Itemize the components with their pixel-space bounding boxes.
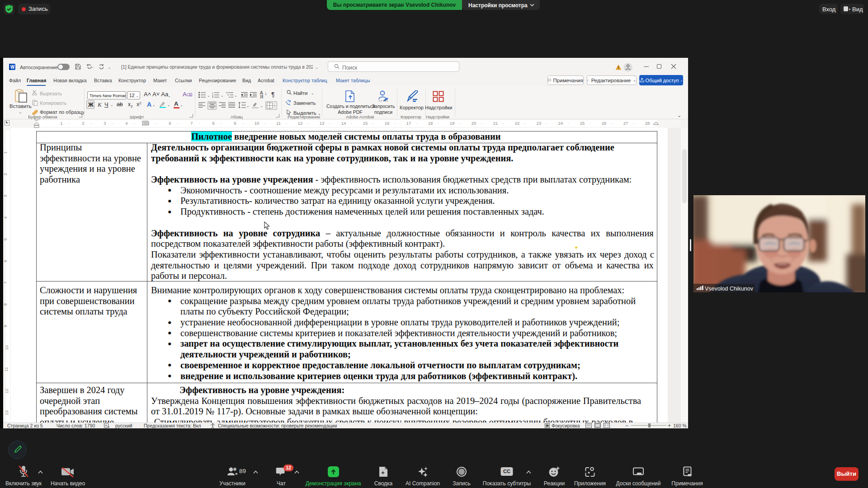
svg-text:3: 3: [212, 96, 213, 98]
svg-text:A: A: [105, 424, 107, 427]
svg-text:Vsevolod Chikunov: Vsevolod Chikunov: [705, 286, 754, 292]
svg-text:c: c: [289, 103, 290, 105]
svg-text:W: W: [10, 65, 15, 70]
